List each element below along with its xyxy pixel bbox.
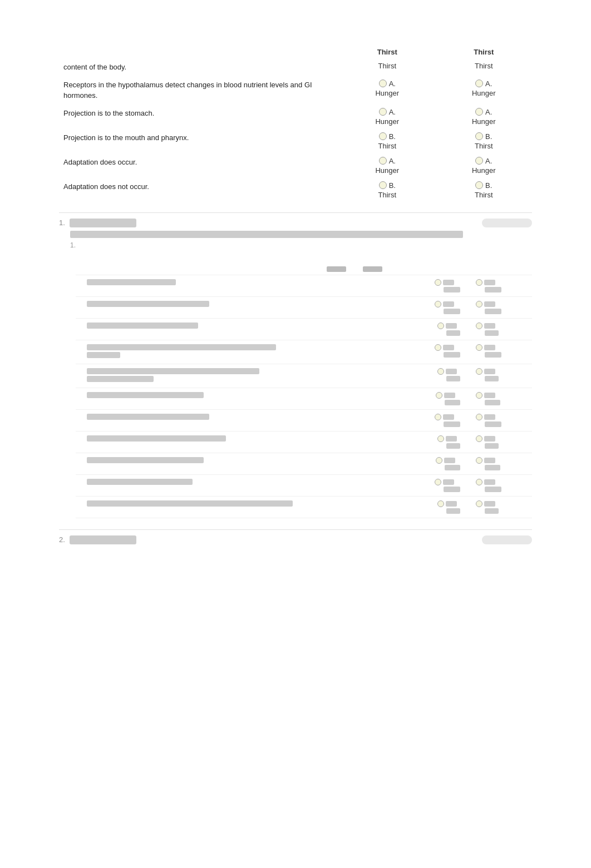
pair-row [476,414,495,420]
radio-circle-small [476,414,482,420]
option-text-small [444,458,455,463]
option-text-small [484,369,495,374]
sub-item-answers [404,368,532,381]
blurred-line [87,279,176,285]
option-letter: A. [485,108,492,116]
pair-row [476,368,495,375]
question-block-1: 1. 1. [59,219,532,518]
radio-circle-small [437,368,444,375]
option-text-small [484,501,495,507]
sub-item-text [87,435,404,443]
radio-circle-small [437,323,444,329]
option-text-small [484,301,495,307]
question-intro-blurred [70,231,463,238]
table-row: Receptors in the hypothalamus detect cha… [59,76,532,105]
option-text-small [446,501,457,507]
sub-item [76,453,532,475]
answer-option: B. Thirst [343,181,431,199]
blurred-line [87,435,226,442]
sub-item-text [87,479,404,487]
answer-pair [436,457,460,470]
radio-circle [379,157,387,165]
answer-pair [437,435,460,449]
option-text-small [444,287,460,292]
radio-row: B. [475,181,492,190]
option-text-small [484,479,495,485]
answer-pair [436,392,460,405]
pair-row [436,392,455,399]
answer-pair [476,457,500,470]
blurred-option-group [327,257,346,272]
option-text-small [485,376,499,381]
col2-header: Thirst [436,44,532,58]
blurred-line [87,479,193,485]
pair-row [436,457,455,464]
sub-item [76,319,532,340]
option-text-small [484,323,495,329]
option-text-small [484,393,495,398]
sub-item-answers [404,414,532,427]
pair-row [437,435,457,442]
radio-circle-small [476,344,482,351]
radio-circle-small [476,479,482,485]
option-text-small [443,414,454,420]
col1-header: Thirst [339,44,435,58]
radio-row: A. [475,80,492,88]
score-badge-2 [482,535,532,544]
pair-row [476,479,495,485]
answer-option: A. Hunger [343,80,431,97]
blurred-label [327,266,346,272]
col1-answer-text: Thirst [378,62,397,70]
answer-col1: Thirst [339,58,435,76]
option-text-small [485,287,501,292]
blurred-line [87,344,276,350]
pair-row [476,457,495,464]
option-text-small [446,436,457,442]
option-text-small [485,330,499,336]
option-text-small [443,301,454,307]
blurred-line [87,414,209,420]
radio-row: B. [379,181,396,190]
option-text-small [444,309,460,314]
blurred-options [327,257,382,272]
question-text: Receptors in the hypothalamus detect cha… [59,76,339,105]
sub-item-answers [404,301,532,314]
sub-item-text [87,457,404,465]
radio-circle [475,108,483,116]
answer-col2: A. Hunger [436,153,532,178]
blurred-option-group [363,257,382,272]
option-text-small [446,443,460,449]
answer-pair [435,414,460,427]
answer-pair [476,435,499,449]
answer-pair [476,279,501,292]
sub-item-text [87,323,404,330]
sub-item-text [87,344,404,360]
radio-row: B. [379,132,396,141]
option-text-small [445,400,460,405]
answer-pair [435,279,460,292]
table-row: Projection is to the stomach. A. Hunger [59,105,532,129]
option-text-small [445,465,460,470]
sub-item-text [87,392,404,400]
blurred-line [87,500,293,507]
question-text: Projection is to the mouth and pharynx. [59,129,339,153]
answer-option: B. Thirst [343,132,431,150]
answer-col1: B. Thirst [339,129,435,153]
option-label: Thirst [475,142,493,150]
option-text-small [446,376,460,381]
radio-row: A. [475,108,492,116]
table-row: Projection is to the mouth and pharynx. … [59,129,532,153]
option-label: Hunger [472,166,496,175]
option-text-small [485,465,500,470]
col2-answer-text: Thirst [475,62,493,70]
option-label: Hunger [375,89,399,97]
option-text-small [484,280,495,285]
question-number-2: 2. [59,535,65,544]
answer-col1: A. Hunger [339,76,435,105]
sub-item [76,364,532,388]
answer-pair [476,368,499,381]
option-text-small [444,352,460,358]
radio-circle [379,181,387,189]
option-label: Hunger [472,117,496,126]
sub-item [76,410,532,431]
